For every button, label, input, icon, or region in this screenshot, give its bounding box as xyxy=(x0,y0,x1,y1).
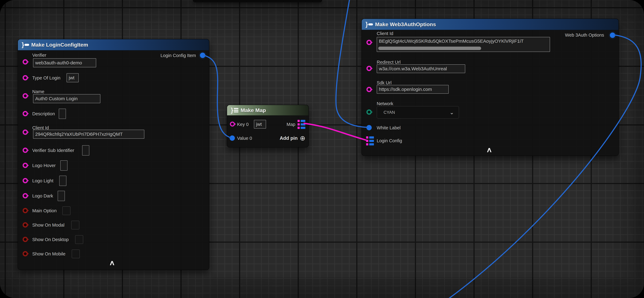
input-pin-logo-hover[interactable] xyxy=(22,163,28,168)
node-title: Make Web3AuthOptions xyxy=(375,21,436,28)
logo-dark-input[interactable] xyxy=(58,191,65,201)
pin-label: Value 0 xyxy=(237,136,252,141)
input-pin-client-id[interactable] xyxy=(366,40,372,45)
add-pin-button[interactable]: Add pin ⊕ xyxy=(280,135,305,142)
node-title: Make LoginConfigItem xyxy=(31,42,88,48)
input-pin-white-label[interactable] xyxy=(366,125,372,130)
collapse-node-button[interactable]: ∧ xyxy=(486,146,492,153)
logo-hover-input[interactable] xyxy=(60,160,68,171)
input-pin-sdk-url[interactable] xyxy=(366,87,372,92)
input-pin-network[interactable] xyxy=(366,110,372,115)
add-pin-icon: ⊕ xyxy=(300,135,305,142)
main-option-checkbox[interactable] xyxy=(62,206,70,215)
pin-label: Show On Modal xyxy=(32,222,64,228)
pin-label: Verifier xyxy=(32,53,46,58)
pin-label: Type Of Login xyxy=(32,76,60,80)
type-of-login-input[interactable]: jwt xyxy=(66,73,79,82)
input-pin-value-0[interactable] xyxy=(230,136,235,141)
input-pin-logo-light[interactable] xyxy=(22,178,28,183)
show-on-desktop-checkbox[interactable] xyxy=(75,235,83,244)
input-pin-verifier[interactable] xyxy=(22,59,28,64)
input-pin-verifier-sub-identifier[interactable] xyxy=(22,148,28,153)
node-header[interactable]: } Make LoginConfigItem xyxy=(18,39,209,50)
output-pin-label: Login Config Item xyxy=(160,53,196,58)
network-selected-value: CYAN xyxy=(384,110,395,115)
make-map-icon: } xyxy=(231,107,238,113)
input-pin-name[interactable] xyxy=(22,93,28,98)
graph-canvas[interactable]: } Make LoginConfigItem Login Config Item… xyxy=(0,0,644,298)
pin-label: Show On Desktop xyxy=(32,237,69,242)
input-pin-key-0[interactable] xyxy=(230,122,235,126)
pin-label: Sdk Url xyxy=(377,80,392,86)
offscreen-node-edge[interactable] xyxy=(193,0,322,2)
client-id-input[interactable]: 294QRkchfq2YaXUbPri7D6PH7xzHgQMT xyxy=(33,130,144,139)
input-pin-client-id[interactable] xyxy=(22,130,28,135)
show-on-mobile-checkbox[interactable] xyxy=(72,250,80,258)
output-pin-web3auth-options[interactable] xyxy=(610,32,615,38)
pin-label: Description xyxy=(32,111,55,116)
pin-label: Verifier Sub Identifier xyxy=(32,148,74,153)
pin-label: Logo Dark xyxy=(32,194,53,198)
pin-label: Show On Mobile xyxy=(32,252,66,256)
input-pin-main-option[interactable] xyxy=(22,208,28,213)
input-pin-type-of-login[interactable] xyxy=(22,75,28,80)
pin-label: Logo Light xyxy=(32,178,53,184)
pin-label: Network xyxy=(377,101,393,106)
blueprint-editor: } Make LoginConfigItem Login Config Item… xyxy=(0,0,644,298)
collapse-node-button[interactable]: ∧ xyxy=(109,259,115,266)
output-pin-label: Web 3Auth Options xyxy=(565,32,604,38)
pin-label: Name xyxy=(32,89,44,94)
pin-label: Client Id xyxy=(377,31,393,36)
network-dropdown[interactable]: CYAN ⌄ xyxy=(377,106,459,118)
input-pin-show-on-modal[interactable] xyxy=(22,222,28,228)
node-header[interactable]: } Make Map xyxy=(227,105,308,116)
node-make-map[interactable]: } Make Map Key 0 jwt Map Value 0 Add pin… xyxy=(227,105,309,148)
description-input[interactable] xyxy=(59,109,66,119)
redirect-url-input[interactable]: w3a://com.w3a.Web3AuthUnreal xyxy=(377,64,465,73)
input-pin-show-on-desktop[interactable] xyxy=(22,237,28,242)
input-pin-login-config[interactable] xyxy=(366,136,374,146)
logo-light-input[interactable] xyxy=(59,176,66,186)
key-0-input[interactable]: jwt xyxy=(254,120,266,128)
pin-label: Redirect Url xyxy=(377,60,400,65)
client-id-scrollbar[interactable] xyxy=(378,46,481,50)
input-pin-logo-dark[interactable] xyxy=(22,193,28,198)
pin-label: Login Config xyxy=(377,138,402,144)
pin-label: White Label xyxy=(377,125,400,130)
sdk-url-input[interactable]: https://sdk.openlogin.com xyxy=(377,85,449,94)
input-pin-show-on-mobile[interactable] xyxy=(22,251,28,256)
make-struct-icon: } xyxy=(22,42,29,48)
show-on-modal-checkbox[interactable] xyxy=(71,221,79,230)
output-pin-login-config-item[interactable] xyxy=(200,53,205,58)
output-pin-map[interactable] xyxy=(298,120,305,129)
pin-label: Logo Hover xyxy=(32,163,56,168)
verifier-input[interactable]: web3auth-auth0-demo xyxy=(33,58,96,67)
input-pin-description[interactable] xyxy=(22,111,28,116)
name-input[interactable]: Auth0 Custom Login xyxy=(33,94,100,103)
make-struct-icon: } xyxy=(366,21,373,28)
node-header[interactable]: } Make Web3AuthOptions xyxy=(362,19,618,30)
input-pin-redirect-url[interactable] xyxy=(366,66,372,71)
node-title: Make Map xyxy=(241,107,266,113)
verifier-sub-identifier-input[interactable] xyxy=(82,145,89,156)
chevron-down-icon: ⌄ xyxy=(450,110,454,115)
pin-label: Main Option xyxy=(32,208,56,213)
output-pin-label: Map xyxy=(286,122,295,127)
node-make-loginconfigitem[interactable]: } Make LoginConfigItem Login Config Item… xyxy=(18,39,209,270)
pin-label: Key 0 xyxy=(237,122,248,127)
wire-map-to-loginconfig xyxy=(304,123,367,140)
node-make-web3authoptions[interactable]: } Make Web3AuthOptions Web 3Auth Options… xyxy=(362,18,619,156)
